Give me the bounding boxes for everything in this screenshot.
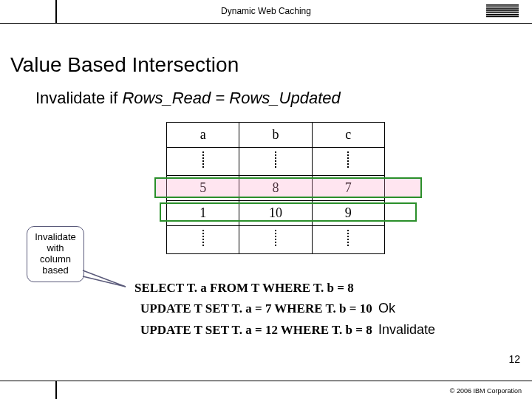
annot-ok: Ok — [378, 301, 395, 316]
col-a: a — [167, 123, 239, 148]
subtitle: Invalidate if Rows_Read = Rows_Updated — [35, 89, 341, 108]
col-b: b — [239, 123, 312, 148]
header-divider — [55, 0, 57, 24]
svg-rect-1 — [486, 7, 519, 8]
ibm-logo-icon — [486, 4, 519, 18]
footer-divider — [0, 381, 532, 381]
svg-rect-6 — [486, 16, 519, 18]
vdots-icon — [202, 230, 204, 246]
cell: 8 — [239, 176, 312, 201]
table-ellipsis-row — [167, 148, 385, 176]
vdots-icon — [347, 230, 349, 246]
subtitle-expr: Rows_Read = Rows_Updated — [122, 89, 340, 107]
callout-bubble: Invalidate with column based — [27, 226, 84, 282]
footer-left-divider — [55, 381, 57, 399]
vdots-icon — [275, 230, 276, 246]
table-ellipsis-row — [167, 226, 385, 254]
table-row: 1 10 9 — [167, 201, 385, 226]
sql-update1: UPDATE T SET T. a = 7 WHERE T. b = 10 — [140, 301, 372, 316]
vdots-icon — [275, 151, 276, 168]
cell: 5 — [167, 176, 239, 201]
svg-rect-4 — [486, 12, 519, 13]
header-title: Dynamic Web Caching — [221, 6, 311, 16]
cell: 10 — [239, 201, 312, 226]
copyright: © 2006 IBM Corporation — [450, 387, 522, 395]
cell: 7 — [312, 176, 384, 201]
vdots-icon — [202, 151, 204, 168]
svg-rect-0 — [486, 4, 519, 6]
table-row: 5 8 7 — [167, 176, 385, 201]
sql-select: SELECT T. a FROM T WHERE T. b = 8 — [134, 278, 435, 298]
callout-text: Invalidate with column based — [30, 232, 81, 276]
vdots-icon — [347, 151, 349, 168]
cell: 1 — [167, 201, 239, 226]
col-c: c — [312, 123, 384, 148]
slide-number: 12 — [508, 353, 520, 365]
sql-block: SELECT T. a FROM T WHERE T. b = 8 UPDATE… — [134, 278, 435, 341]
svg-rect-2 — [486, 8, 519, 10]
svg-rect-5 — [486, 14, 519, 16]
svg-rect-3 — [486, 10, 519, 12]
header-bar: Dynamic Web Caching — [0, 0, 532, 24]
subtitle-prefix: Invalidate if — [35, 89, 122, 107]
table-header-row: a b c — [167, 123, 385, 148]
annot-invalidate: Invalidate — [378, 322, 435, 337]
cell: 9 — [312, 201, 384, 226]
sql-update2: UPDATE T SET T. a = 12 WHERE T. b = 8 — [140, 323, 372, 337]
data-table: a b c 5 8 7 1 10 9 — [166, 122, 385, 254]
page-title: Value Based Intersection — [10, 53, 239, 77]
